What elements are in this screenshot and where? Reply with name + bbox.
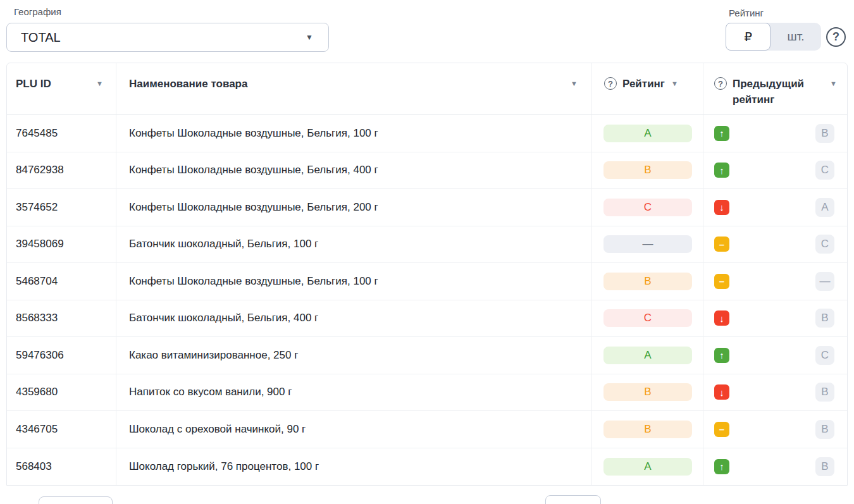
trend-arrow-icon: – [714,274,729,289]
previous-rating-cell: – B [703,411,847,448]
table-row: 59476306 Какао витаминизированное, 250 г… [7,337,847,374]
trend-arrow-icon: ↑ [714,126,729,141]
rating-cell: B [592,374,703,411]
previous-rating-chip: C [815,161,834,180]
rating-badge: — [603,235,692,253]
rating-badge: A [603,125,692,142]
rating-badge: B [603,273,692,290]
trend-arrow-icon: ↑ [714,348,729,363]
previous-rating-chip: B [815,309,834,328]
table-row: 4346705 Шоколад с ореховой начинкой, 90 … [7,411,847,448]
rating-badge: A [603,347,692,364]
product-name-cell: Батончик шоколадный, Бельгия, 100 г [116,226,592,263]
rating-badge: C [603,309,692,327]
geography-select[interactable]: TOTAL ▼ [6,23,329,52]
help-icon[interactable]: ? [826,27,846,47]
product-name-cell: Шоколад горький, 76 процентов, 100 г [116,448,592,486]
product-name-cell: Шоколад с ореховой начинкой, 90 г [116,411,592,448]
previous-rating-cell: – C [703,226,847,263]
unit-pcs-button[interactable]: шт. [770,23,821,51]
plu-id: 59476306 [16,349,64,362]
rating-cell: C [592,300,703,337]
help-icon[interactable]: ? [714,77,727,90]
plu-id: 4359680 [16,386,58,398]
previous-rating-cell: ↓ B [703,374,847,411]
trend-arrow-icon: ↑ [714,459,729,474]
plu-id: 4346705 [16,423,58,436]
product-name-cell: Напиток со вкусом ванили, 900 г [116,374,592,411]
plu-id-cell: 59476306 [7,337,116,374]
plu-id-cell: 4346705 [7,411,116,448]
plu-id: 568403 [16,460,52,473]
footer-control-right[interactable] [545,495,601,504]
trend-arrow-icon: – [714,237,729,252]
geography-label: География [14,6,61,17]
previous-rating-chip: B [815,124,834,143]
chevron-down-icon: ▼ [306,34,313,41]
product-name-cell: Конфеты Шоколадные воздушные, Бельгия, 1… [116,115,592,152]
table-row: 7645485 Конфеты Шоколадные воздушные, Бе… [7,115,847,152]
previous-rating-chip: — [815,272,834,291]
rating-cell: B [592,263,703,300]
rating-cell: C [592,189,703,226]
table-row: 4359680 Напиток со вкусом ванили, 900 г … [7,374,847,412]
table-row: 568403 Шоколад горький, 76 процентов, 10… [7,448,847,486]
product-name: Напиток со вкусом ванили, 900 г [129,386,292,398]
rating-cell: B [592,411,703,448]
plu-id-cell: 39458069 [7,226,116,263]
previous-rating-chip: C [815,346,834,365]
sort-icon[interactable]: ▼ [830,76,837,92]
previous-rating-cell: ↑ C [703,152,847,189]
product-name: Шоколад горький, 76 процентов, 100 г [129,460,319,473]
plu-id-cell: 3574652 [7,189,116,226]
previous-rating-chip: A [815,198,834,217]
previous-rating-chip: B [815,383,834,402]
sort-icon[interactable]: ▼ [96,76,103,92]
rating-cell: — [592,226,703,263]
unit-rub-button[interactable]: ₽ [726,23,770,51]
plu-id: 39458069 [16,238,64,250]
rating-badge: B [603,421,692,438]
rating-badge: A [603,458,692,476]
previous-rating-chip: B [815,457,834,476]
previous-rating-cell: ↑ B [703,448,847,486]
plu-id: 8568333 [16,312,58,324]
product-name: Батончик шоколадный, Бельгия, 100 г [129,238,318,250]
previous-rating-cell: ↑ C [703,337,847,374]
plu-id-cell: 5468704 [7,263,116,300]
rating-table: PLU ID ▼ Наименование товара ▼ ? Рейтинг… [6,63,848,486]
product-name-cell: Конфеты Шоколадные воздушные, Бельгия, 4… [116,152,592,189]
plu-id: 5468704 [16,275,58,288]
rating-badge: C [603,199,692,216]
table-row: 84762938 Конфеты Шоколадные воздушные, Б… [7,152,847,190]
sort-icon[interactable]: ▼ [571,76,578,92]
previous-rating-chip: C [815,235,834,254]
table-header: PLU ID ▼ Наименование товара ▼ ? Рейтинг… [7,63,847,115]
product-name-cell: Какао витаминизированное, 250 г [116,337,592,374]
previous-rating-cell: ↑ B [703,115,847,152]
rating-badge: B [603,161,692,179]
column-label: Наименование товара [129,78,247,90]
previous-rating-chip: B [815,420,834,439]
previous-rating-cell: ↓ A [703,189,847,226]
product-name: Шоколад с ореховой начинкой, 90 г [129,423,306,436]
previous-rating-cell: ↓ B [703,300,847,337]
rating-cell: A [592,448,703,486]
product-name: Конфеты Шоколадные воздушные, Бельгия, 2… [129,201,378,214]
rating-badge: B [603,383,692,401]
help-icon[interactable]: ? [604,77,617,90]
product-name: Конфеты Шоколадные воздушные, Бельгия, 1… [129,127,378,140]
plu-id: 3574652 [16,201,58,214]
plu-id-cell: 7645485 [7,115,116,152]
footer-control-left[interactable] [39,496,113,504]
geography-selected-value: TOTAL [21,30,61,45]
product-name: Батончик шоколадный, Бельгия, 400 г [129,312,318,324]
rating-cell: B [592,152,703,189]
rating-cell: A [592,115,703,152]
plu-id: 84762938 [16,164,64,176]
product-name: Конфеты Шоколадные воздушные, Бельгия, 4… [129,164,378,176]
plu-id-cell: 568403 [7,448,116,486]
table-body: 7645485 Конфеты Шоколадные воздушные, Бе… [7,115,847,485]
plu-id-cell: 8568333 [7,300,116,337]
sort-icon[interactable]: ▼ [671,76,678,92]
